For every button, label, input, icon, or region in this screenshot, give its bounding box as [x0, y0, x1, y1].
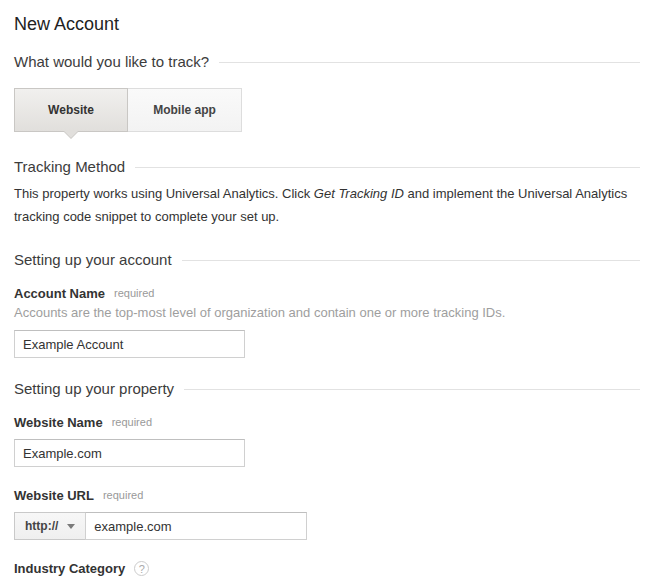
- tab-mobile-app-label: Mobile app: [153, 103, 216, 117]
- track-heading-text: What would you like to track?: [14, 53, 209, 71]
- track-type-tabs: Website Mobile app: [14, 88, 640, 132]
- account-name-label-row: Account Name required: [14, 286, 640, 301]
- description-pre: This property works using Universal Anal…: [14, 186, 314, 201]
- website-url-required-badge: required: [103, 488, 143, 503]
- tracking-method-heading: Tracking Method: [14, 158, 640, 176]
- tracking-method-heading-text: Tracking Method: [14, 158, 125, 176]
- tab-website-label: Website: [48, 103, 94, 117]
- selected-tab-caret: [63, 130, 79, 138]
- heading-rule: [184, 389, 640, 390]
- account-name-input[interactable]: [14, 330, 245, 358]
- website-name-label-row: Website Name required: [14, 415, 640, 430]
- property-heading-text: Setting up your property: [14, 380, 174, 398]
- website-url-label: Website URL: [14, 488, 94, 503]
- heading-rule: [135, 167, 640, 168]
- tab-website[interactable]: Website: [14, 88, 128, 132]
- account-name-required-badge: required: [114, 286, 154, 301]
- website-name-required-badge: required: [112, 415, 152, 430]
- account-heading-text: Setting up your account: [14, 251, 172, 269]
- new-account-page: New Account What would you like to track…: [0, 0, 650, 576]
- website-url-row: http://: [14, 512, 640, 540]
- account-section-heading: Setting up your account: [14, 251, 640, 269]
- chevron-down-icon: [67, 524, 75, 529]
- url-protocol-dropdown[interactable]: http://: [14, 512, 86, 540]
- industry-category-label-row: Industry Category ?: [14, 561, 640, 576]
- property-section-heading: Setting up your property: [14, 380, 640, 398]
- heading-rule: [182, 260, 640, 261]
- get-tracking-id-emphasis: Get Tracking ID: [314, 186, 404, 201]
- account-name-description: Accounts are the top-most level of organ…: [14, 305, 640, 321]
- website-url-input[interactable]: [85, 512, 307, 540]
- website-name-input[interactable]: [14, 439, 245, 467]
- page-title: New Account: [14, 14, 640, 34]
- account-name-label: Account Name: [14, 286, 105, 301]
- help-icon[interactable]: ?: [134, 561, 149, 576]
- website-name-label: Website Name: [14, 415, 103, 430]
- track-section-heading: What would you like to track?: [14, 53, 640, 71]
- url-protocol-value: http://: [25, 519, 58, 533]
- tracking-method-description: This property works using Universal Anal…: [14, 182, 640, 228]
- tab-mobile-app[interactable]: Mobile app: [128, 88, 242, 132]
- heading-rule: [219, 62, 640, 63]
- industry-category-label: Industry Category: [14, 561, 125, 576]
- website-url-label-row: Website URL required: [14, 488, 640, 503]
